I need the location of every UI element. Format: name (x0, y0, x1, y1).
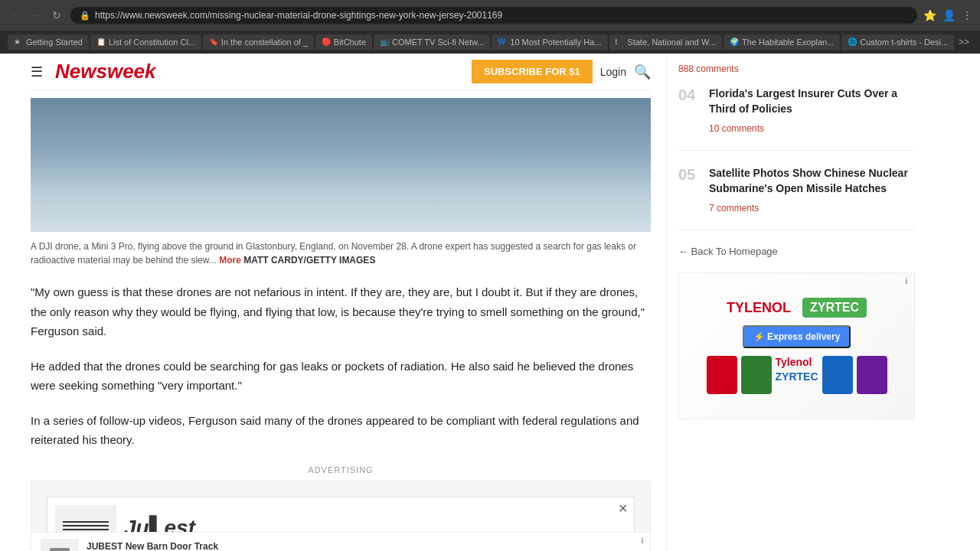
tylenol-zyrtec-logos: TYLENOL ZYRTEC (727, 298, 867, 318)
product-box-1 (707, 356, 737, 394)
sidebar: 888 comments 04 Florida's Largest Insure… (666, 54, 926, 551)
menu-button[interactable]: ⋮ (962, 9, 972, 21)
tab-constitution[interactable]: 📋 List of Constitution Cl... (90, 34, 201, 50)
site-logo: Newsweek (55, 60, 156, 83)
tab-favicon-constellation: 🔖 (209, 37, 218, 47)
sidebar-item-04: 04 Florida's Largest Insurer Cuts Over a… (678, 86, 915, 151)
tabs-overflow-button[interactable]: >> (956, 34, 972, 51)
tab-label-constellation: In the constellation of _ (221, 37, 308, 47)
tab-favicon-getting-started: ★ (14, 37, 23, 47)
tab-label-custom: Custom t-shirts - Desi... (860, 37, 948, 47)
back-to-homepage-link[interactable]: ← Back To Homepage (678, 246, 915, 257)
sidebar-text-04: Florida's Largest Insurer Cuts Over a Th… (709, 86, 915, 135)
url-text: https://www.newsweek.com/missing-nuclear… (95, 10, 908, 21)
tab-favicon-comet: 📺 (380, 37, 389, 47)
sidebar-number-04: 04 (678, 86, 700, 135)
sidebar-comments-count: 888 comments (678, 61, 915, 75)
svg-rect-0 (50, 548, 70, 551)
tab-label-bitchute: BitChute (334, 37, 366, 47)
tab-favicon-exoplanet: 🌍 (730, 37, 739, 47)
hamburger-menu[interactable]: ☰ (31, 64, 43, 80)
browser-toolbar: ← → ↻ 🔒 https://www.newsweek.com/missing… (0, 0, 980, 31)
profile-button[interactable]: 👤 (942, 9, 956, 21)
tab-custom-tshirts[interactable]: 🌐 Custom t-shirts - Desi... (841, 34, 954, 50)
back-button[interactable]: ← (8, 8, 24, 23)
product-box-3 (822, 356, 853, 394)
sidebar-ad: ℹ TYLENOL ZYRTEC ⚡ Express delivery Tyle… (678, 272, 915, 419)
sidebar-item-05: 05 Satellite Photos Show Chinese Nuclear… (678, 166, 915, 230)
page-content: ☰ Newsweek SUBSCRIBE FOR $1 Login 🔍 A DJ… (0, 54, 980, 551)
extensions-button[interactable]: ⭐ (923, 9, 936, 21)
address-bar[interactable]: 🔒 https://www.newsweek.com/missing-nucle… (70, 7, 917, 24)
tab-favicon-bitchute: 🔴 (322, 37, 331, 47)
ad-amazon-widget: JUBEST New Barn Door Track $109.00 ✓ pri… (31, 532, 650, 552)
sidebar-text-05: Satellite Photos Show Chinese Nuclear Su… (709, 166, 915, 214)
ad-info-icon[interactable]: ℹ (641, 536, 644, 545)
tylenol-brand: TYLENOL (727, 300, 791, 316)
browser-actions: ⭐ 👤 ⋮ (923, 9, 972, 21)
search-icon[interactable]: 🔍 (634, 64, 651, 80)
product-boxes: Tylenol ZYRTEC (707, 356, 887, 394)
header-right: SUBSCRIBE FOR $1 Login 🔍 (472, 60, 651, 83)
tab-favicon-custom: 🌐 (848, 37, 857, 47)
sidebar-ad-label[interactable]: ℹ (905, 277, 908, 285)
tab-state[interactable]: t State, National and W... (609, 34, 722, 50)
ad-product-name: JUBEST New Barn Door Track (87, 541, 218, 551)
nav-buttons: ← → ↻ (8, 8, 64, 23)
tab-label-state: State, National and W... (627, 37, 716, 47)
tab-favicon-10most: W (498, 37, 507, 47)
more-link[interactable]: More (219, 255, 241, 266)
tab-constellation[interactable]: 🔖 In the constellation of _ (203, 34, 314, 50)
ad-close-button[interactable]: ✕ (618, 501, 628, 516)
photographer-credit: MATT CARDY/GETTY IMAGES (243, 255, 375, 266)
zyrtec-brand: ZYRTEC (802, 298, 867, 318)
article-image (31, 98, 651, 232)
tab-getting-started[interactable]: ★ Getting Started (8, 34, 89, 50)
sidebar-title-05[interactable]: Satellite Photos Show Chinese Nuclear Su… (709, 166, 915, 196)
tab-favicon-constitution: 📋 (96, 37, 106, 47)
sidebar-comments-04[interactable]: 10 comments (709, 123, 764, 134)
product-boxes-right: Tylenol ZYRTEC (776, 356, 818, 394)
zyrtec-label-small: ZYRTEC (776, 370, 818, 383)
article-paragraph-1: "My own guess is that these drones are n… (31, 282, 651, 341)
ad-product-info: JUBEST New Barn Door Track $109.00 ✓ pri… (87, 541, 218, 551)
main-content: ☰ Newsweek SUBSCRIBE FOR $1 Login 🔍 A DJ… (0, 54, 666, 551)
article-paragraph-2: He added that the drones could be search… (31, 357, 651, 396)
login-button[interactable]: Login (600, 66, 626, 78)
tab-10most[interactable]: W 10 Most Potentially Ha... (492, 34, 607, 50)
sidebar-number-05: 05 (678, 166, 700, 214)
tylenol-label-small: Tylenol (776, 356, 818, 368)
tab-bitchute[interactable]: 🔴 BitChute (315, 34, 372, 50)
tab-label-exoplanet: The Habitable Exoplan... (742, 37, 834, 47)
lock-icon: 🔒 (80, 11, 90, 21)
sidebar-title-04[interactable]: Florida's Largest Insurer Cuts Over a Th… (709, 86, 915, 116)
tab-label-getting-started: Getting Started (26, 37, 83, 47)
article-paragraph-3: In a series of follow-up videos, Ferguso… (31, 411, 651, 450)
product-box-4 (857, 356, 887, 394)
product-box-2 (741, 356, 772, 394)
tab-exoplanet[interactable]: 🌍 The Habitable Exoplan... (724, 34, 840, 50)
tab-label-comet: COMET TV Sci-fi Netw... (392, 37, 485, 47)
forward-button[interactable]: → (28, 8, 45, 23)
tab-favicon-state: t (616, 37, 625, 47)
sidebar-comments-05[interactable]: 7 comments (709, 203, 759, 214)
ad-container: Ju▌est ✕ ▶ JUBEST New Barn Door Track $1… (31, 481, 651, 552)
browser-chrome: ← → ↻ 🔒 https://www.newsweek.com/missing… (0, 0, 980, 54)
ad-product-image (41, 539, 79, 552)
tab-label-constitution: List of Constitution Cl... (109, 37, 195, 47)
sidebar-ad-image: TYLENOL ZYRTEC ⚡ Express delivery Tyleno… (679, 273, 914, 419)
tabs-bar: ★ Getting Started 📋 List of Constitution… (0, 31, 980, 54)
article-caption: A DJI drone, a Mini 3 Pro, flying above … (31, 240, 651, 267)
top-comments-link[interactable]: 888 comments (678, 64, 739, 74)
advertising-label: ADVERTISING (31, 465, 651, 474)
tab-label-10most: 10 Most Potentially Ha... (510, 37, 601, 47)
reload-button[interactable]: ↻ (49, 8, 64, 23)
site-header: ☰ Newsweek SUBSCRIBE FOR $1 Login 🔍 (31, 54, 651, 90)
subscribe-button[interactable]: SUBSCRIBE FOR $1 (472, 60, 593, 83)
express-delivery-button[interactable]: ⚡ Express delivery (743, 325, 851, 348)
tab-comet[interactable]: 📺 COMET TV Sci-fi Netw... (374, 34, 490, 50)
